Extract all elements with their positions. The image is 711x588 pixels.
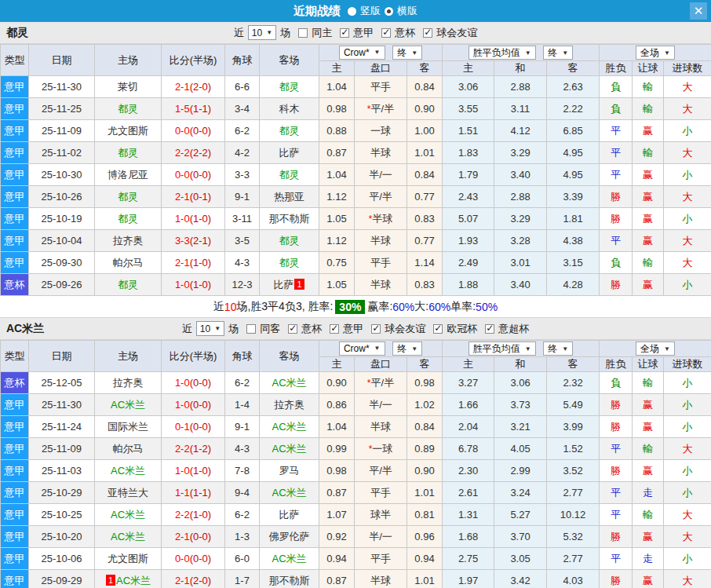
away-team-cell: 都灵 — [260, 76, 319, 98]
result-wdl-cell: 平 — [600, 142, 633, 164]
team-section: 都灵 近10▼场同主意甲意杯球会友谊 类型 日期 主场 比分(半场) 角球 客场 — [0, 22, 711, 318]
result-wdl: 勝 — [611, 421, 621, 433]
away-team-cell: AC米兰 — [260, 416, 319, 438]
odds-average-dropdown[interactable]: 胜平负均值▼ — [469, 341, 536, 356]
filter-checkbox-label[interactable]: 意杯 — [395, 26, 415, 40]
date-cell: 25-12-05 — [29, 372, 95, 394]
away-team-name: 都灵 — [279, 125, 300, 137]
odds-stage-dropdown[interactable]: 终▼ — [543, 46, 573, 60]
result-wdl: 平 — [611, 169, 621, 181]
filter-checkbox-label[interactable]: 意甲 — [353, 26, 374, 40]
handicap-stage-dropdown[interactable]: 终▼ — [392, 46, 422, 60]
filter-checkbox-意杯[interactable] — [381, 28, 391, 38]
corner-cell: 3-5 — [225, 230, 260, 252]
filter-checkbox-label[interactable]: 欧冠杯 — [447, 322, 477, 336]
avg-draw-odds: 3.05 — [494, 548, 547, 570]
handicap-away-odds: 0.84 — [407, 164, 443, 186]
away-team-name: 热那亚 — [274, 191, 304, 203]
sub-header-odds-home: 主 — [443, 61, 494, 76]
handicap-home-odds: 1.04 — [319, 164, 355, 186]
handicap-line-cell: 半球 — [355, 230, 407, 252]
score-cell: 1-1(1-1) — [162, 482, 225, 504]
home-team-name: 拉齐奥 — [113, 235, 144, 247]
away-team-name: 比萨 — [273, 279, 294, 290]
home-team-name: 亚特兰大 — [108, 487, 148, 499]
away-team-name: 罗马 — [279, 465, 300, 477]
chevron-down-icon: ▼ — [266, 29, 272, 36]
avg-home-odds: 3.27 — [443, 372, 494, 394]
vertical-layout-label[interactable]: 竖版 — [360, 4, 381, 18]
section-header-bar: 都灵 近10▼场同主意甲意杯球会友谊 — [0, 22, 711, 44]
filter-suffix-label: 场 — [228, 322, 239, 336]
filter-checkbox-label[interactable]: 球会友谊 — [436, 26, 477, 40]
summary-bar: 近10场,胜3平4负3, 胜率: 30% 赢率:60% 大:60% 单率:50% — [0, 296, 711, 318]
match-count-select[interactable]: 10▼ — [196, 321, 224, 336]
result-goals: 小 — [683, 279, 693, 290]
result-goals-cell: 大 — [664, 504, 711, 526]
filter-checkbox-同客[interactable] — [246, 324, 256, 334]
avg-draw-odds: 2.88 — [494, 76, 547, 98]
away-team-name: AC米兰 — [272, 377, 306, 389]
match-scope-dropdown[interactable]: 全场▼ — [636, 46, 675, 60]
result-handicap-cell: 輸 — [633, 504, 664, 526]
result-handicap: 赢 — [643, 399, 653, 411]
handicap-away-odds: 0.84 — [407, 416, 443, 438]
date-cell: 25-11-03 — [29, 460, 95, 482]
team-name: AC米兰 — [6, 322, 44, 336]
result-handicap-cell: 赢 — [633, 230, 664, 252]
filter-checkbox-label[interactable]: 同客 — [260, 322, 280, 336]
table-row: 意甲25-10-19都灵1-0(1-0)3-11那不勒斯1.05*半球0.835… — [1, 208, 711, 230]
filter-checkbox-label[interactable]: 同主 — [312, 26, 332, 40]
col-header-home: 主场 — [95, 45, 162, 76]
filter-checkbox-意杯[interactable] — [288, 324, 297, 334]
home-team-cell: 拉齐奥 — [95, 372, 162, 394]
filter-checkbox-意甲[interactable] — [330, 324, 339, 334]
avg-away-odds: 4.95 — [547, 164, 600, 186]
filter-checkbox-label[interactable]: 意甲 — [343, 322, 363, 336]
horizontal-layout-radio[interactable] — [385, 7, 393, 16]
match-scope-dropdown[interactable]: 全场▼ — [636, 341, 675, 356]
avg-away-odds: 2.77 — [547, 548, 600, 570]
handicap-stage-dropdown[interactable]: 终▼ — [392, 341, 422, 356]
filter-checkbox-球会友谊[interactable] — [423, 28, 432, 38]
filter-checkbox-同主[interactable] — [298, 28, 308, 38]
home-team-cell: 都灵 — [95, 142, 162, 164]
bookmaker-dropdown[interactable]: Crow*▼ — [339, 46, 385, 60]
result-goals: 小 — [683, 169, 693, 181]
result-wdl-cell: 平 — [600, 504, 633, 526]
result-group-header: 全场▼ — [600, 45, 711, 61]
halftime-score: (0-0) — [190, 169, 211, 181]
filter-checkbox-label[interactable]: 意超杯 — [498, 322, 529, 336]
result-wdl: 平 — [611, 147, 621, 159]
away-team-cell: AC米兰 — [260, 548, 319, 570]
avg-draw-odds: 3.24 — [494, 482, 547, 504]
fulltime-score: 1-0 — [175, 213, 190, 225]
away-team-cell: 比萨1 — [260, 274, 319, 296]
horizontal-layout-label[interactable]: 横版 — [397, 4, 417, 18]
match-count-select[interactable]: 10▼ — [248, 25, 276, 40]
away-team-name: 都灵 — [279, 257, 300, 268]
odds-average-dropdown[interactable]: 胜平负均值▼ — [469, 46, 536, 60]
result-wdl: 勝 — [611, 191, 621, 203]
league-type-cell: 意甲 — [1, 252, 29, 274]
home-team-cell: 博洛尼亚 — [95, 164, 162, 186]
filter-checkbox-欧冠杯[interactable] — [433, 324, 443, 334]
filter-checkbox-意超杯[interactable] — [485, 324, 494, 334]
filter-checkbox-label[interactable]: 意杯 — [301, 322, 322, 336]
result-handicap-cell: 赢 — [633, 570, 664, 588]
table-row: 意甲25-10-30博洛尼亚0-0(0-0)3-3都灵1.04半/一0.841.… — [1, 164, 711, 186]
result-group-header: 全场▼ — [600, 341, 711, 357]
avg-away-odds: 5.32 — [547, 526, 600, 548]
odds-stage-dropdown[interactable]: 终▼ — [543, 341, 573, 356]
filter-checkbox-意甲[interactable] — [340, 28, 349, 38]
close-icon[interactable]: ✕ — [690, 2, 707, 20]
bookmaker-dropdown[interactable]: Crow*▼ — [339, 341, 385, 356]
result-goals: 大 — [683, 531, 693, 542]
filter-checkbox-label[interactable]: 球会友谊 — [385, 322, 425, 336]
filter-checkbox-球会友谊[interactable] — [371, 324, 381, 334]
away-team-name: 都灵 — [279, 169, 300, 181]
result-wdl-cell: 勝 — [600, 526, 633, 548]
avg-home-odds: 1.83 — [443, 142, 494, 164]
vertical-layout-radio[interactable] — [348, 7, 356, 16]
result-goals-cell: 小 — [664, 274, 711, 296]
